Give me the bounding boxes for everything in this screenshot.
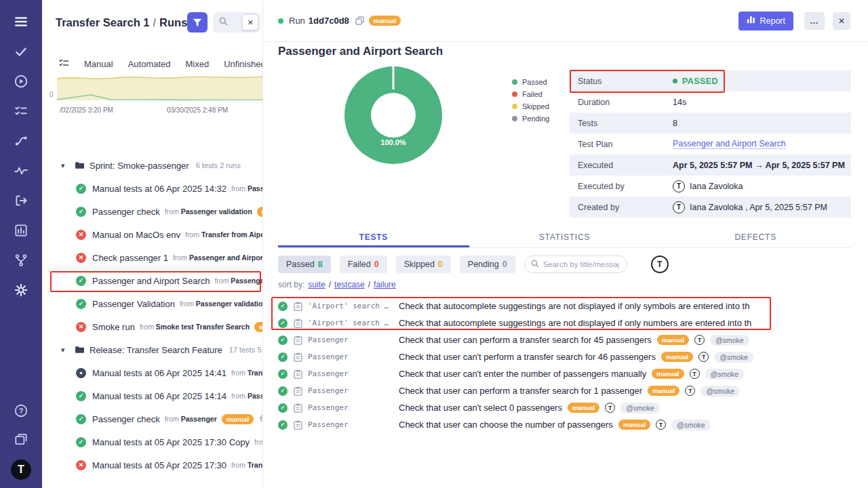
tab-tests[interactable]: TESTS bbox=[278, 228, 469, 247]
tree-run-row[interactable]: ■Manual tests at 06 Apr 2025 14:41from T… bbox=[42, 361, 262, 384]
runs-search[interactable]: ✕ bbox=[213, 12, 260, 33]
run-from-suite: Passenger bbox=[181, 415, 217, 423]
tree-run-row[interactable]: ✓Manual tests at 05 Apr 2025 17:30 Copyf… bbox=[42, 430, 262, 453]
play-circle-icon[interactable] bbox=[13, 73, 29, 89]
run-from-suite: Smoke test Transfer Search bbox=[156, 323, 250, 331]
tree-run-row[interactable]: ✓Manual tests at 06 Apr 2025 14:32from P… bbox=[42, 177, 262, 200]
runs-trend-chart bbox=[57, 70, 262, 100]
run-summary: 100.0% PassedFailedSkippedPending Status… bbox=[278, 65, 851, 228]
tests-search[interactable] bbox=[524, 256, 627, 273]
run-from-suite: Pass bbox=[248, 392, 262, 400]
test-row[interactable]: ✓PassengerCheck that user can perform a … bbox=[278, 382, 868, 399]
sort-testcase[interactable]: testcase bbox=[334, 280, 365, 289]
filter-pending[interactable]: Pending0 bbox=[460, 256, 515, 273]
tab-defects[interactable]: DEFECTS bbox=[660, 228, 851, 247]
filter-count: 0 bbox=[438, 260, 443, 269]
tag-badge: @smoke bbox=[701, 386, 740, 396]
flow-icon[interactable] bbox=[13, 133, 29, 149]
tree-folder-row[interactable]: ▾Release: Transfer Search Feature17 test… bbox=[42, 338, 262, 361]
sort-suite[interactable]: suite bbox=[308, 280, 325, 289]
user-name: Iana Zavoloka , Apr 5, 2025 5:57 PM bbox=[690, 203, 827, 212]
test-suite: Passenger bbox=[308, 336, 395, 344]
info-row: Tests8 bbox=[570, 113, 851, 134]
filter-button[interactable] bbox=[187, 12, 208, 33]
tests-list: ✓'Airport' search …Check that autocomple… bbox=[278, 298, 868, 433]
tree-run-row[interactable]: ✓Manual tests at 06 Apr 2025 14:14from P… bbox=[42, 384, 262, 407]
tree-run-row[interactable]: ✕Manual tests at 05 Apr 2025 17:30from T… bbox=[42, 453, 262, 476]
pulse-icon[interactable] bbox=[13, 163, 29, 179]
bar-chart-icon[interactable] bbox=[13, 222, 29, 239]
test-row[interactable]: ✓'Airport' search …Check that autocomple… bbox=[278, 298, 868, 314]
tree-run-row[interactable]: ✓Passenger checkfrom Passengermanual6 bbox=[42, 407, 262, 430]
sign-in-icon[interactable] bbox=[13, 192, 29, 209]
tree-folder-row[interactable]: ▾Sprint: Smoke-passenger6 tests 2 runs bbox=[42, 154, 262, 177]
filter-label: Passed bbox=[286, 260, 315, 269]
run-from: from Passenger validation bbox=[180, 300, 262, 308]
tree-run-row[interactable]: ✕Smoke runfrom Smoke test Transfer Searc… bbox=[42, 315, 262, 338]
panel-tab-automated[interactable]: Automated bbox=[128, 59, 171, 69]
results-donut-chart: 100.0% bbox=[344, 66, 442, 164]
filter-passed[interactable]: Passed8 bbox=[278, 256, 331, 273]
breadcrumb-separator: / bbox=[150, 16, 160, 29]
test-row[interactable]: ✓PassengerCheck that user can't perform … bbox=[278, 348, 868, 365]
filter-failed[interactable]: Failed0 bbox=[340, 256, 387, 273]
panel-tab-unfinished[interactable]: Unfinished bbox=[224, 59, 262, 69]
test-row[interactable]: ✓PassengerCheck that user can't select 0… bbox=[278, 399, 868, 416]
chevron-down-icon[interactable]: ▾ bbox=[61, 161, 75, 170]
tree-run-row[interactable]: ✕Check passenger 1from Passenger and Air… bbox=[42, 246, 262, 269]
test-row[interactable]: ✓PassengerCheck that user can't enter th… bbox=[278, 365, 868, 382]
run-status-passed-icon: ✓ bbox=[76, 414, 86, 424]
run-from: from Smoke test Transfer Search bbox=[140, 323, 250, 331]
test-passed-icon: ✓ bbox=[278, 403, 288, 413]
tree-run-row[interactable]: ✓Passenger and Airport Searchfrom Passen… bbox=[42, 269, 262, 292]
panel-tab-mixed[interactable]: Mixed bbox=[186, 59, 210, 69]
tree-run-row[interactable]: ✓Passenger checkfrom Passenger validatio… bbox=[42, 200, 262, 223]
tests-search-input[interactable] bbox=[543, 260, 619, 268]
tag-badge: @smoke bbox=[620, 403, 660, 413]
manual-badge: manual bbox=[254, 322, 262, 332]
workspace-logo[interactable]: T bbox=[11, 460, 31, 480]
clipboard-icon bbox=[294, 369, 302, 379]
run-status-failed-icon: ✕ bbox=[76, 253, 86, 263]
reported-by-t-button[interactable]: T bbox=[651, 256, 669, 273]
info-label: Status bbox=[578, 77, 673, 86]
test-suite: 'Airport' search … bbox=[308, 302, 395, 310]
tag-badge: @smoke bbox=[705, 369, 745, 380]
search-close-button[interactable]: ✕ bbox=[242, 14, 258, 30]
branch-icon[interactable] bbox=[13, 252, 29, 268]
help-icon[interactable]: ? bbox=[13, 403, 29, 419]
breadcrumb-project[interactable]: Transfer Search 1 bbox=[56, 16, 150, 29]
report-button[interactable]: Report bbox=[738, 12, 793, 30]
more-actions-button[interactable]: … bbox=[804, 12, 825, 30]
test-passed-icon: ✓ bbox=[278, 386, 288, 396]
breadcrumb: Transfer Search 1 / Runs bbox=[56, 16, 187, 29]
tab-statistics[interactable]: STATISTICS bbox=[469, 228, 660, 247]
test-row[interactable]: ✓PassengerCheck that user can perform a … bbox=[278, 331, 868, 348]
projects-icon[interactable] bbox=[13, 431, 29, 447]
gear-icon[interactable] bbox=[13, 282, 29, 298]
checklist-icon[interactable] bbox=[13, 103, 29, 119]
run-from-suite: Tran bbox=[248, 369, 262, 377]
copy-icon[interactable] bbox=[355, 16, 364, 25]
test-row[interactable]: ✓'Airport' search …Check that autocomple… bbox=[278, 314, 868, 331]
test-plan-link[interactable]: Passenger and Airport Search bbox=[673, 139, 786, 149]
close-run-button[interactable]: ✕ bbox=[833, 12, 850, 30]
check-icon[interactable] bbox=[13, 43, 29, 60]
test-passed-icon: ✓ bbox=[278, 302, 288, 311]
tree-run-row[interactable]: ✓Passenger Validationfrom Passenger vali… bbox=[42, 292, 262, 315]
info-row: Duration14s bbox=[570, 92, 851, 113]
legend-item-failed: Failed bbox=[512, 88, 549, 100]
tree-run-row[interactable]: ✕Manual on MacOs envfrom Transfer from A… bbox=[42, 223, 262, 246]
select-runs-icon[interactable] bbox=[58, 58, 69, 70]
test-row[interactable]: ✓PassengerCheck that user can choose the… bbox=[278, 416, 868, 433]
folder-icon bbox=[75, 346, 84, 354]
sort-failure[interactable]: failure bbox=[374, 280, 396, 289]
panel-tab-manual[interactable]: Manual bbox=[84, 59, 113, 69]
avatar: T bbox=[673, 201, 685, 214]
menu-icon[interactable] bbox=[13, 14, 29, 30]
run-from: from Tran bbox=[231, 461, 262, 469]
filter-skipped[interactable]: Skipped0 bbox=[396, 256, 451, 273]
manual-badge: manual bbox=[257, 207, 262, 217]
chevron-down-icon[interactable]: ▾ bbox=[61, 346, 75, 354]
run-from-suite: Passenger and Airport Search bbox=[189, 253, 262, 262]
